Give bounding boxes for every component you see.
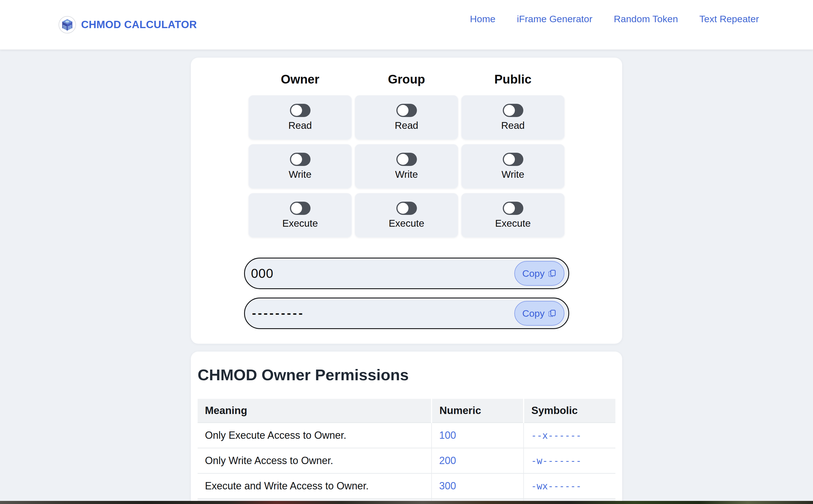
numeric-output-value: 000	[251, 266, 274, 281]
copy-numeric-button[interactable]: Copy	[514, 261, 564, 286]
table-row: Execute and Write Access to Owner. 300 -…	[197, 473, 616, 499]
toggle-card-owner-read[interactable]: Read	[249, 95, 352, 139]
permission-column-headers: OwnerGroupPublic	[249, 72, 564, 86]
toggle-switch-off[interactable]	[396, 104, 417, 117]
logo-text: CHMOD CALCULATOR	[81, 19, 197, 31]
cell-numeric: 200	[432, 448, 523, 473]
table-row: Only Write Access to Owner. 200 -w------…	[197, 448, 616, 473]
toggle-label: Execute	[389, 218, 424, 229]
owner-permissions-card: CHMOD Owner Permissions Meaning Numeric …	[191, 352, 622, 504]
symbolic-output-value: ---------	[251, 308, 304, 319]
permissions-title: CHMOD Owner Permissions	[197, 366, 616, 384]
header-symbolic: Symbolic	[524, 399, 616, 423]
cell-symbolic: --x------	[524, 423, 616, 448]
copy-icon	[547, 269, 556, 278]
toggle-switch-off[interactable]	[396, 202, 417, 215]
cell-meaning: Only Write Access to Owner.	[197, 448, 432, 473]
copy-symbolic-label: Copy	[522, 308, 544, 319]
toggle-switch-off[interactable]	[396, 153, 417, 166]
cell-numeric: 300	[432, 473, 523, 499]
toggle-knob	[397, 154, 408, 165]
numeric-output-field[interactable]: 000 Copy	[244, 258, 569, 289]
toggle-knob	[504, 154, 515, 165]
toggle-card-group-read[interactable]: Read	[355, 95, 458, 139]
header-numeric: Numeric	[432, 399, 523, 423]
logo[interactable]: CHMOD CALCULATOR	[59, 16, 197, 33]
toggle-switch-off[interactable]	[290, 153, 311, 166]
toggle-switch-off[interactable]	[503, 202, 523, 215]
toggle-label: Read	[501, 120, 525, 131]
toggle-label: Write	[395, 169, 418, 180]
chmod-calculator-card: OwnerGroupPublic Read Read Read Write Wr…	[191, 58, 622, 344]
toggle-knob	[291, 154, 302, 165]
cell-symbolic: -wx------	[524, 473, 616, 499]
toggle-label: Write	[501, 169, 524, 180]
permission-column-title-owner: Owner	[249, 72, 352, 86]
toggle-knob	[504, 105, 515, 116]
toggle-knob	[291, 203, 302, 214]
toggle-card-public-read[interactable]: Read	[461, 95, 564, 139]
symbolic-output-field[interactable]: --------- Copy	[244, 298, 569, 329]
copy-numeric-label: Copy	[522, 268, 544, 279]
cell-symbolic: -w-------	[524, 448, 616, 473]
permission-toggle-grid: Read Read Read Write Write Write Execute	[249, 95, 564, 237]
toggle-switch-off[interactable]	[290, 104, 311, 117]
cell-meaning: Execute and Write Access to Owner.	[197, 473, 432, 499]
permission-column-title-group: Group	[355, 72, 458, 86]
toggle-card-group-write[interactable]: Write	[355, 144, 458, 188]
toggle-card-public-write[interactable]: Write	[461, 144, 564, 188]
toggle-switch-off[interactable]	[503, 153, 523, 166]
copy-symbolic-button[interactable]: Copy	[514, 301, 564, 326]
permissions-table: Meaning Numeric Symbolic Only Execute Ac…	[197, 399, 616, 504]
toggle-knob	[504, 203, 515, 214]
cell-numeric: 100	[432, 423, 523, 448]
nav-link-random-token[interactable]: Random Token	[614, 13, 678, 24]
toggle-knob	[397, 203, 408, 214]
nav-link-text-repeater[interactable]: Text Repeater	[699, 13, 759, 24]
toggle-card-owner-write[interactable]: Write	[249, 144, 352, 188]
toggle-label: Write	[289, 169, 311, 180]
main-nav: HomeiFrame GeneratorRandom TokenText Rep…	[470, 13, 759, 24]
toggle-knob	[397, 105, 408, 116]
toggle-label: Read	[288, 120, 312, 131]
permission-column-title-public: Public	[461, 72, 564, 86]
toggle-label: Execute	[495, 218, 531, 229]
toggle-label: Execute	[282, 218, 318, 229]
toggle-switch-off[interactable]	[290, 202, 311, 215]
nav-link-iframe-generator[interactable]: iFrame Generator	[517, 13, 592, 24]
nav-link-home[interactable]: Home	[470, 13, 495, 24]
cell-meaning: Only Execute Access to Owner.	[197, 423, 432, 448]
header-meaning: Meaning	[197, 399, 432, 423]
table-body: Only Execute Access to Owner. 100 --x---…	[197, 423, 616, 504]
toggle-knob	[291, 105, 302, 116]
logo-cube-icon	[59, 16, 76, 33]
toggle-card-public-execute[interactable]: Execute	[461, 193, 564, 237]
toggle-switch-off[interactable]	[503, 104, 523, 117]
table-row: Only Execute Access to Owner. 100 --x---…	[197, 423, 616, 448]
below-fold-content-edge	[0, 501, 813, 504]
toggle-card-owner-execute[interactable]: Execute	[249, 193, 352, 237]
copy-icon	[547, 309, 556, 318]
table-header-row: Meaning Numeric Symbolic	[197, 399, 616, 423]
toggle-card-group-execute[interactable]: Execute	[355, 193, 458, 237]
site-header: CHMOD CALCULATOR HomeiFrame GeneratorRan…	[0, 0, 813, 49]
toggle-label: Read	[395, 120, 418, 131]
